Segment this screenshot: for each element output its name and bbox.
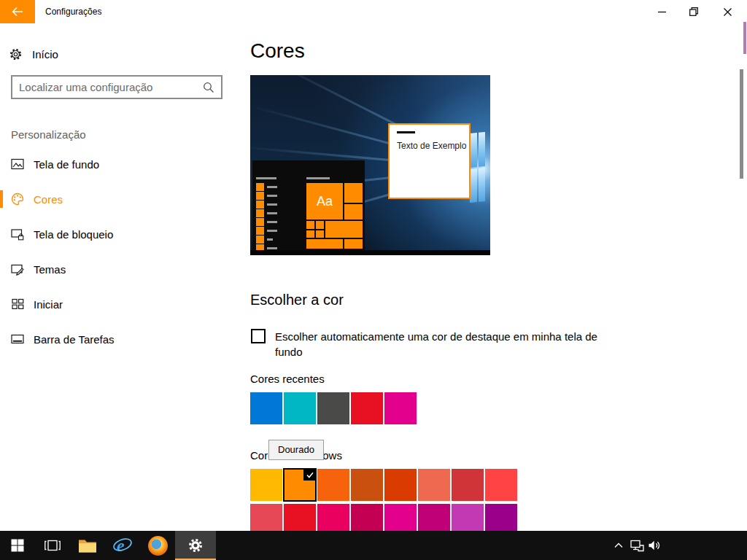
internet-explorer-icon: e: [112, 536, 133, 555]
settings-app-button[interactable]: [175, 531, 216, 560]
restore-button[interactable]: [677, 0, 711, 23]
choose-color-heading: Escolher a cor: [250, 292, 344, 308]
color-swatch[interactable]: [351, 392, 383, 424]
preview-taskbar: [250, 250, 490, 255]
file-explorer-button[interactable]: [70, 531, 105, 560]
wallpaper-icon: [11, 158, 24, 171]
auto-accent-checkbox-label[interactable]: Escolher automaticamente uma cor de dest…: [275, 329, 603, 359]
internet-explorer-button[interactable]: e: [105, 531, 140, 560]
network-icon: [630, 540, 644, 552]
close-icon: [724, 8, 732, 16]
color-swatch[interactable]: [384, 392, 417, 424]
restore-icon: [689, 7, 698, 16]
tray-chevron-button[interactable]: [610, 531, 627, 560]
color-swatch[interactable]: [317, 392, 349, 424]
themes-icon: [11, 262, 24, 276]
preview-sample-window: Texto de Exemplo: [388, 123, 471, 199]
windows-start-icon: [11, 539, 24, 552]
gear-icon: [9, 48, 22, 61]
color-swatch[interactable]: [284, 392, 316, 424]
selected-item-indicator: [0, 190, 3, 208]
palette-icon: [11, 192, 24, 206]
screen-edge-fragment: [743, 22, 746, 54]
color-swatch[interactable]: [250, 469, 282, 501]
vertical-scrollbar-thumb[interactable]: [740, 69, 743, 179]
preview-menu-line: [306, 177, 330, 179]
minimize-icon: [658, 8, 666, 16]
start-button[interactable]: [0, 531, 35, 560]
sample-window-text: Texto de Exemplo: [397, 141, 466, 151]
recent-colors-label: Cores recentes: [250, 373, 325, 385]
back-button[interactable]: [0, 0, 35, 23]
firefox-icon: [148, 536, 168, 556]
settings-search-box[interactable]: [11, 75, 222, 99]
color-swatch[interactable]: [418, 469, 450, 501]
speaker-icon: [648, 540, 661, 551]
color-swatch[interactable]: [250, 392, 282, 424]
tray-volume-button[interactable]: [645, 531, 664, 560]
sidebar-item-tela-de-bloqueio[interactable]: Tela de bloqueio: [0, 217, 241, 252]
color-tooltip: Dourado: [268, 440, 324, 460]
back-arrow-icon: [12, 7, 23, 17]
sidebar-item-tela-de-fundo[interactable]: Tela de fundo: [0, 147, 241, 182]
task-view-button[interactable]: [35, 531, 70, 560]
chevron-up-icon: [614, 542, 623, 548]
preview-tile-aa: Aa: [306, 183, 343, 219]
search-icon[interactable]: [196, 82, 221, 93]
sidebar-item-temas[interactable]: Temas: [0, 252, 241, 287]
minimize-button[interactable]: [645, 0, 678, 23]
sample-window-titlebar-line: [397, 131, 415, 133]
page-title: Cores: [250, 39, 305, 63]
color-swatch[interactable]: [317, 469, 349, 501]
search-input[interactable]: [12, 81, 196, 93]
titlebar: Configurações: [0, 0, 747, 23]
color-swatch[interactable]: [351, 469, 383, 501]
color-swatch[interactable]: [485, 469, 517, 501]
window-title: Configurações: [45, 7, 101, 17]
sidebar-item-iniciar[interactable]: Iniciar: [0, 287, 241, 322]
color-swatch[interactable]: [452, 469, 484, 501]
tray-network-button[interactable]: [627, 531, 646, 560]
close-button[interactable]: [711, 0, 744, 23]
task-view-icon: [44, 539, 61, 552]
selected-check-icon: [303, 469, 316, 481]
settings-gear-icon: [188, 538, 203, 553]
windows-colors-row-1: [250, 469, 517, 501]
home-label: Início: [32, 48, 58, 61]
taskbar-setting-icon: [11, 332, 24, 346]
auto-accent-checkbox[interactable]: [251, 329, 266, 343]
lock-screen-icon: [11, 228, 24, 241]
recent-colors-row: [250, 392, 417, 424]
sidebar-section-header: Personalização: [11, 128, 86, 141]
firefox-button[interactable]: [140, 531, 175, 560]
start-layout-icon: [11, 298, 24, 311]
color-swatch-selected[interactable]: [284, 469, 316, 501]
file-explorer-icon: [78, 538, 97, 553]
preview-menu-line: [256, 177, 276, 179]
color-preview-image: Aa Texto de Exemplo: [250, 75, 490, 255]
sidebar-item-cores[interactable]: Cores: [0, 182, 241, 217]
sidebar-item-barra-de-tarefas[interactable]: Barra de Tarefas: [0, 322, 241, 357]
taskbar: e POR PTB2 14:52: [0, 531, 747, 560]
sidebar-item-home[interactable]: Início: [9, 44, 228, 64]
color-swatch[interactable]: [384, 469, 417, 501]
windows-logo-window: [470, 132, 485, 203]
